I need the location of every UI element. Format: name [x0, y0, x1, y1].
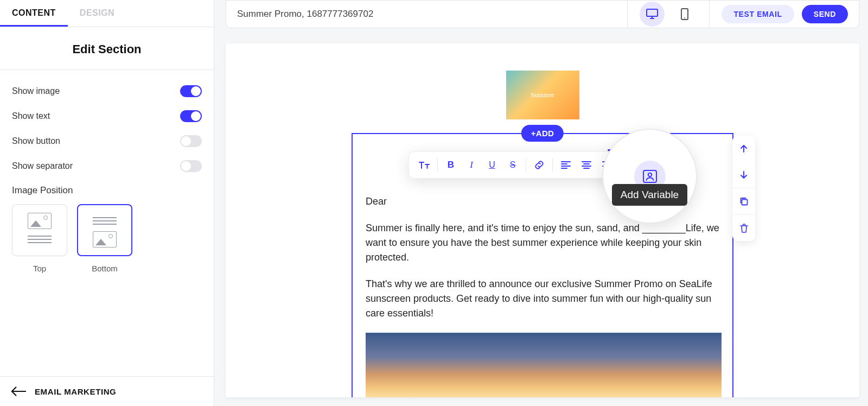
text-lines-icon	[28, 231, 52, 248]
toggle-row-show-text: Show text	[12, 110, 202, 122]
footer-link-label: EMAIL MARKETING	[35, 387, 116, 396]
bold-icon: B	[448, 160, 454, 170]
toggle-row-show-separator: Show separator	[12, 160, 202, 172]
body-paragraph[interactable]: That's why we are thrilled to announce o…	[366, 277, 719, 321]
pos-caption: Top	[12, 264, 67, 273]
email-canvas: Summer +ADD Div B I U S	[226, 43, 859, 397]
image-position-top[interactable]: Top	[12, 204, 67, 273]
sidebar-tabs: CONTENT DESIGN	[0, 0, 214, 27]
rich-text-toolbar: B I U S	[409, 151, 623, 179]
strikethrough-icon: S	[510, 160, 516, 170]
arrow-left-icon	[11, 386, 26, 396]
text-size-button[interactable]	[414, 155, 434, 175]
copy-icon	[739, 197, 748, 206]
text-size-icon	[419, 161, 430, 169]
header-logo-text: Summer	[531, 91, 554, 99]
device-preview-group	[627, 1, 710, 28]
add-variable-tooltip: Add Variable	[612, 184, 687, 206]
send-button[interactable]: SEND	[802, 5, 848, 23]
image-position-bottom[interactable]: Bottom	[77, 204, 132, 273]
arrow-up-icon	[739, 144, 748, 153]
toggle-row-show-image: Show image	[12, 85, 202, 97]
mobile-icon	[681, 8, 688, 20]
section-side-tools	[732, 136, 755, 241]
toggle-show-button[interactable]	[180, 135, 202, 147]
pos-caption: Bottom	[77, 264, 132, 273]
underline-icon: U	[489, 160, 495, 170]
toggle-label: Show image	[12, 86, 60, 96]
body-paragraph[interactable]: Summer is finally here, and it's time to…	[366, 221, 719, 265]
tab-content[interactable]: CONTENT	[0, 0, 68, 27]
desktop-preview-button[interactable]	[640, 2, 665, 27]
move-up-button[interactable]	[732, 136, 755, 162]
toggle-show-separator[interactable]	[180, 160, 202, 172]
toggle-show-text[interactable]	[180, 110, 202, 122]
topbar-actions: TEST EMAIL SEND	[710, 5, 848, 23]
italic-icon: I	[470, 160, 473, 170]
document-title[interactable]: Summer Promo, 1687777369702	[237, 9, 373, 20]
sidebar: CONTENT DESIGN Edit Section Show image S…	[0, 0, 214, 406]
add-section-button[interactable]: +ADD	[521, 125, 564, 142]
image-icon	[93, 231, 117, 248]
section-title: Edit Section	[0, 27, 214, 70]
link-icon	[534, 160, 544, 170]
toggle-row-show-button: Show button	[12, 135, 202, 147]
toggle-show-image[interactable]	[180, 85, 202, 97]
svg-rect-3	[742, 200, 748, 205]
image-icon	[28, 213, 52, 229]
align-left-icon	[561, 161, 571, 169]
link-button[interactable]	[529, 155, 549, 175]
section-controls: Show image Show text Show button Show se…	[0, 70, 214, 273]
move-down-button[interactable]	[732, 162, 755, 188]
underline-button[interactable]: U	[482, 155, 502, 175]
align-left-button[interactable]	[556, 155, 576, 175]
toggle-label: Show button	[12, 136, 60, 146]
strikethrough-button[interactable]: S	[503, 155, 522, 175]
italic-button[interactable]: I	[462, 155, 481, 175]
svg-rect-0	[647, 9, 658, 16]
toggle-label: Show text	[12, 111, 50, 121]
svg-point-2	[684, 17, 685, 18]
mobile-preview-button[interactable]	[672, 2, 697, 27]
bold-button[interactable]: B	[441, 155, 461, 175]
tab-design[interactable]: DESIGN	[68, 0, 126, 27]
magnifier-highlight: Add Variable	[602, 129, 697, 224]
text-lines-icon	[93, 213, 117, 229]
align-center-icon	[582, 161, 591, 169]
desktop-icon	[646, 9, 658, 20]
contact-variable-icon	[643, 170, 657, 183]
delete-button[interactable]	[732, 215, 755, 241]
header-logo-image[interactable]: Summer	[506, 71, 579, 119]
toggle-label: Show separator	[12, 161, 73, 171]
svg-point-5	[648, 173, 651, 176]
back-email-marketing[interactable]: EMAIL MARKETING	[0, 376, 214, 406]
arrow-down-icon	[739, 170, 748, 179]
image-position-label: Image Position	[12, 185, 202, 196]
test-email-button[interactable]: TEST EMAIL	[722, 5, 794, 23]
trash-icon	[740, 224, 748, 233]
duplicate-button[interactable]	[732, 188, 755, 214]
topbar: Summer Promo, 1687777369702 TEST EMAIL S…	[226, 0, 859, 28]
align-center-button[interactable]	[577, 155, 596, 175]
image-position-options: Top Bottom	[12, 204, 202, 273]
section-hero-image[interactable]	[366, 333, 722, 397]
